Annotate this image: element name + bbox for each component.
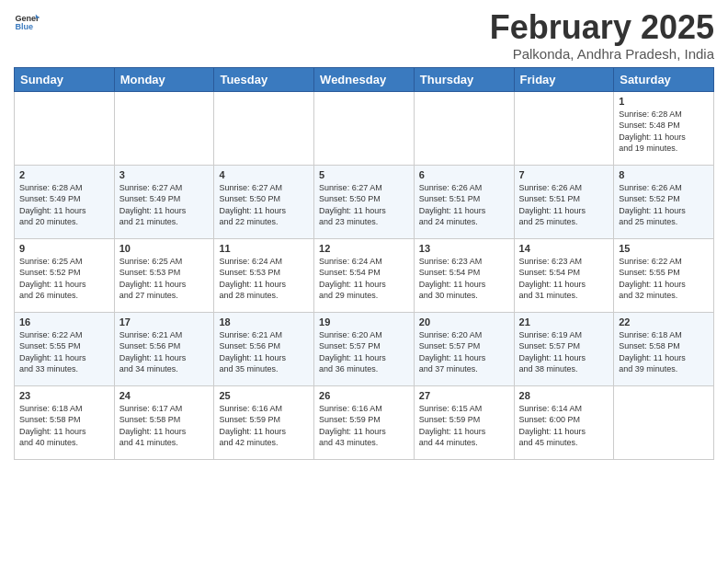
day-number: 16 <box>19 316 109 327</box>
day-info: Sunrise: 6:20 AM Sunset: 5:57 PM Dayligh… <box>419 329 509 375</box>
day-info: Sunrise: 6:16 AM Sunset: 5:59 PM Dayligh… <box>219 403 309 449</box>
day-cell: 7Sunrise: 6:26 AM Sunset: 5:51 PM Daylig… <box>514 165 614 238</box>
header-row: SundayMondayTuesdayWednesdayThursdayFrid… <box>15 67 714 91</box>
day-cell: 14Sunrise: 6:23 AM Sunset: 5:54 PM Dayli… <box>514 238 614 312</box>
day-cell: 23Sunrise: 6:18 AM Sunset: 5:58 PM Dayli… <box>15 385 115 459</box>
day-info: Sunrise: 6:24 AM Sunset: 5:54 PM Dayligh… <box>319 256 409 302</box>
day-cell: 26Sunrise: 6:16 AM Sunset: 5:59 PM Dayli… <box>314 385 415 459</box>
day-cell: 8Sunrise: 6:26 AM Sunset: 5:52 PM Daylig… <box>614 165 714 238</box>
day-info: Sunrise: 6:26 AM Sunset: 5:51 PM Dayligh… <box>519 182 609 228</box>
day-number: 10 <box>119 243 210 254</box>
day-cell: 11Sunrise: 6:24 AM Sunset: 5:53 PM Dayli… <box>214 238 314 312</box>
day-cell: 25Sunrise: 6:16 AM Sunset: 5:59 PM Dayli… <box>214 385 314 459</box>
day-cell: 24Sunrise: 6:17 AM Sunset: 5:58 PM Dayli… <box>114 385 214 459</box>
day-number: 19 <box>319 316 409 327</box>
week-row-2: 9Sunrise: 6:25 AM Sunset: 5:52 PM Daylig… <box>15 238 714 312</box>
header-day-tuesday: Tuesday <box>214 67 314 91</box>
day-info: Sunrise: 6:20 AM Sunset: 5:57 PM Dayligh… <box>319 329 409 375</box>
day-info: Sunrise: 6:15 AM Sunset: 5:59 PM Dayligh… <box>419 403 509 449</box>
day-number: 18 <box>219 316 309 327</box>
header-day-saturday: Saturday <box>614 67 714 91</box>
day-number: 8 <box>619 169 709 180</box>
day-cell: 20Sunrise: 6:20 AM Sunset: 5:57 PM Dayli… <box>414 312 514 385</box>
calendar-header: SundayMondayTuesdayWednesdayThursdayFrid… <box>15 67 714 91</box>
day-number: 21 <box>519 316 609 327</box>
week-row-3: 16Sunrise: 6:22 AM Sunset: 5:55 PM Dayli… <box>15 312 714 385</box>
day-number: 11 <box>219 243 309 254</box>
day-info: Sunrise: 6:27 AM Sunset: 5:49 PM Dayligh… <box>119 182 210 228</box>
day-info: Sunrise: 6:23 AM Sunset: 5:54 PM Dayligh… <box>419 256 509 302</box>
day-info: Sunrise: 6:28 AM Sunset: 5:48 PM Dayligh… <box>619 109 709 155</box>
day-number: 27 <box>419 390 509 401</box>
day-info: Sunrise: 6:18 AM Sunset: 5:58 PM Dayligh… <box>19 403 109 449</box>
day-number: 14 <box>519 243 609 254</box>
day-number: 4 <box>219 169 309 180</box>
day-cell <box>414 91 514 165</box>
day-cell: 17Sunrise: 6:21 AM Sunset: 5:56 PM Dayli… <box>114 312 214 385</box>
day-number: 3 <box>119 169 210 180</box>
week-row-4: 23Sunrise: 6:18 AM Sunset: 5:58 PM Dayli… <box>15 385 714 459</box>
week-row-1: 2Sunrise: 6:28 AM Sunset: 5:49 PM Daylig… <box>15 165 714 238</box>
day-number: 5 <box>319 169 409 180</box>
day-cell <box>15 91 115 165</box>
day-cell <box>114 91 214 165</box>
day-cell: 21Sunrise: 6:19 AM Sunset: 5:57 PM Dayli… <box>514 312 614 385</box>
day-number: 22 <box>619 316 709 327</box>
day-info: Sunrise: 6:26 AM Sunset: 5:52 PM Dayligh… <box>619 182 709 228</box>
day-number: 23 <box>19 390 109 401</box>
day-number: 9 <box>19 243 109 254</box>
day-cell: 3Sunrise: 6:27 AM Sunset: 5:49 PM Daylig… <box>114 165 214 238</box>
day-number: 24 <box>119 390 210 401</box>
day-number: 7 <box>519 169 609 180</box>
header-day-sunday: Sunday <box>15 67 115 91</box>
day-cell <box>214 91 314 165</box>
day-cell: 18Sunrise: 6:21 AM Sunset: 5:56 PM Dayli… <box>214 312 314 385</box>
day-number: 25 <box>219 390 309 401</box>
day-number: 28 <box>519 390 609 401</box>
day-info: Sunrise: 6:23 AM Sunset: 5:54 PM Dayligh… <box>519 256 609 302</box>
calendar-subtitle: Palkonda, Andhra Pradesh, India <box>490 46 714 62</box>
day-cell: 9Sunrise: 6:25 AM Sunset: 5:52 PM Daylig… <box>15 238 115 312</box>
header-day-monday: Monday <box>114 67 214 91</box>
day-number: 6 <box>419 169 509 180</box>
day-info: Sunrise: 6:26 AM Sunset: 5:51 PM Dayligh… <box>419 182 509 228</box>
day-info: Sunrise: 6:17 AM Sunset: 5:58 PM Dayligh… <box>119 403 210 449</box>
logo-icon: General Blue <box>14 9 40 35</box>
day-cell: 2Sunrise: 6:28 AM Sunset: 5:49 PM Daylig… <box>15 165 115 238</box>
day-info: Sunrise: 6:27 AM Sunset: 5:50 PM Dayligh… <box>319 182 409 228</box>
calendar-body: 1Sunrise: 6:28 AM Sunset: 5:48 PM Daylig… <box>15 91 714 459</box>
day-cell: 12Sunrise: 6:24 AM Sunset: 5:54 PM Dayli… <box>314 238 415 312</box>
title-block: February 2025 Palkonda, Andhra Pradesh, … <box>490 9 714 62</box>
day-info: Sunrise: 6:27 AM Sunset: 5:50 PM Dayligh… <box>219 182 309 228</box>
day-info: Sunrise: 6:19 AM Sunset: 5:57 PM Dayligh… <box>519 329 609 375</box>
header-day-friday: Friday <box>514 67 614 91</box>
calendar-table: SundayMondayTuesdayWednesdayThursdayFrid… <box>14 67 714 460</box>
day-cell: 19Sunrise: 6:20 AM Sunset: 5:57 PM Dayli… <box>314 312 415 385</box>
day-cell: 5Sunrise: 6:27 AM Sunset: 5:50 PM Daylig… <box>314 165 415 238</box>
day-number: 17 <box>119 316 210 327</box>
day-info: Sunrise: 6:21 AM Sunset: 5:56 PM Dayligh… <box>119 329 210 375</box>
day-info: Sunrise: 6:25 AM Sunset: 5:52 PM Dayligh… <box>19 256 109 302</box>
day-number: 15 <box>619 243 709 254</box>
day-cell: 13Sunrise: 6:23 AM Sunset: 5:54 PM Dayli… <box>414 238 514 312</box>
page: General Blue February 2025 Palkonda, And… <box>0 0 728 469</box>
day-cell <box>314 91 415 165</box>
day-cell: 1Sunrise: 6:28 AM Sunset: 5:48 PM Daylig… <box>614 91 714 165</box>
day-cell: 4Sunrise: 6:27 AM Sunset: 5:50 PM Daylig… <box>214 165 314 238</box>
day-cell: 15Sunrise: 6:22 AM Sunset: 5:55 PM Dayli… <box>614 238 714 312</box>
calendar-title: February 2025 <box>490 9 714 46</box>
header: General Blue February 2025 Palkonda, And… <box>14 9 714 62</box>
header-day-wednesday: Wednesday <box>314 67 415 91</box>
day-info: Sunrise: 6:18 AM Sunset: 5:58 PM Dayligh… <box>619 329 709 375</box>
week-row-0: 1Sunrise: 6:28 AM Sunset: 5:48 PM Daylig… <box>15 91 714 165</box>
day-info: Sunrise: 6:24 AM Sunset: 5:53 PM Dayligh… <box>219 256 309 302</box>
day-number: 26 <box>319 390 409 401</box>
day-cell <box>614 385 714 459</box>
day-cell: 16Sunrise: 6:22 AM Sunset: 5:55 PM Dayli… <box>15 312 115 385</box>
day-info: Sunrise: 6:28 AM Sunset: 5:49 PM Dayligh… <box>19 182 109 228</box>
day-cell: 10Sunrise: 6:25 AM Sunset: 5:53 PM Dayli… <box>114 238 214 312</box>
day-info: Sunrise: 6:22 AM Sunset: 5:55 PM Dayligh… <box>619 256 709 302</box>
day-cell: 27Sunrise: 6:15 AM Sunset: 5:59 PM Dayli… <box>414 385 514 459</box>
day-cell: 28Sunrise: 6:14 AM Sunset: 6:00 PM Dayli… <box>514 385 614 459</box>
day-info: Sunrise: 6:25 AM Sunset: 5:53 PM Dayligh… <box>119 256 210 302</box>
